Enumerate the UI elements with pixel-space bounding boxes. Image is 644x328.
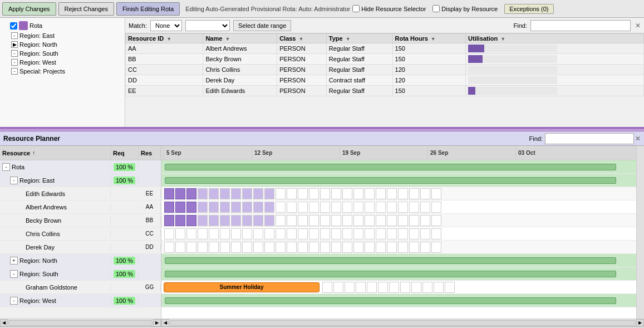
gantt-cell[interactable] xyxy=(276,202,286,213)
tree-toggle-south[interactable]: - xyxy=(11,50,18,57)
gantt-row[interactable]: Summer Holiday xyxy=(161,281,636,294)
gantt-row[interactable] xyxy=(161,254,636,267)
gantt-cell[interactable] xyxy=(309,228,319,239)
planner-find-clear[interactable]: ✕ xyxy=(635,135,641,143)
gantt-cell[interactable] xyxy=(420,215,430,226)
gantt-cell[interactable] xyxy=(409,228,419,239)
gantt-cell[interactable] xyxy=(342,188,352,199)
gantt-cell[interactable] xyxy=(242,228,252,239)
gantt-cell[interactable] xyxy=(175,242,185,253)
gantt-cell[interactable] xyxy=(264,228,274,239)
left-scroll-arrow-left[interactable]: ◀ xyxy=(0,319,8,327)
tree-item-east[interactable]: - Region: East xyxy=(0,31,125,40)
gantt-cell[interactable] xyxy=(209,188,219,199)
resource-list-row[interactable]: Derek DayDD xyxy=(0,241,161,254)
gantt-cell[interactable] xyxy=(164,228,174,239)
gantt-cell[interactable] xyxy=(220,202,230,213)
gantt-cell[interactable] xyxy=(220,188,230,199)
gantt-cell[interactable] xyxy=(186,188,196,199)
gantt-cell[interactable] xyxy=(298,228,308,239)
gantt-cell[interactable] xyxy=(186,215,196,226)
gantt-cell[interactable] xyxy=(164,202,174,213)
gantt-cell[interactable] xyxy=(409,215,419,226)
gantt-cell[interactable] xyxy=(253,202,263,213)
gantt-row[interactable] xyxy=(161,214,636,227)
gantt-cell[interactable] xyxy=(175,188,185,199)
gantt-cell[interactable] xyxy=(164,188,174,199)
tree-toggle-north[interactable]: ▶ xyxy=(11,41,18,48)
gantt-row[interactable] xyxy=(161,160,636,174)
gantt-cell[interactable] xyxy=(231,242,241,253)
gantt-cell[interactable] xyxy=(264,215,274,226)
gantt-cell[interactable] xyxy=(431,242,441,253)
gantt-cell[interactable] xyxy=(431,228,441,239)
gantt-cell[interactable] xyxy=(398,188,408,199)
gantt-cell[interactable] xyxy=(320,242,330,253)
gantt-cell[interactable] xyxy=(365,188,375,199)
gantt-row[interactable] xyxy=(161,227,636,241)
gantt-cell[interactable] xyxy=(353,202,363,213)
find-input[interactable] xyxy=(530,20,631,31)
gantt-cell[interactable] xyxy=(209,228,219,239)
gantt-cell[interactable] xyxy=(420,202,430,213)
gantt-cell[interactable] xyxy=(231,188,241,199)
gantt-cell[interactable] xyxy=(320,188,330,199)
col-header-res[interactable]: Res xyxy=(139,146,161,160)
gantt-cell[interactable] xyxy=(231,215,241,226)
gantt-cell[interactable] xyxy=(242,242,252,253)
tree-item-projects[interactable]: - Special: Projects xyxy=(0,67,125,76)
gantt-cell[interactable] xyxy=(220,215,230,226)
gantt-cell[interactable] xyxy=(353,242,363,253)
gantt-cell[interactable] xyxy=(276,215,286,226)
table-row[interactable]: DD Derek Day PERSON Contract staff 120 xyxy=(126,75,644,86)
tree-toggle-west[interactable]: - xyxy=(11,59,18,66)
gantt-cell[interactable] xyxy=(342,228,352,239)
gantt-cell[interactable] xyxy=(420,188,430,199)
gantt-cell[interactable] xyxy=(287,242,297,253)
resource-list-row[interactable]: -Region: East100 % xyxy=(0,174,161,187)
gantt-cell[interactable] xyxy=(320,228,330,239)
gantt-cell[interactable] xyxy=(186,202,196,213)
gantt-cell[interactable] xyxy=(365,215,375,226)
gantt-cell[interactable] xyxy=(320,215,330,226)
gantt-row[interactable] xyxy=(161,174,636,187)
gantt-cell[interactable] xyxy=(231,202,241,213)
resource-list-row[interactable]: -Region: West100 % xyxy=(0,294,161,307)
gantt-cell[interactable] xyxy=(242,202,252,213)
tree-item-west[interactable]: - Region: West xyxy=(0,58,125,67)
gantt-cell[interactable] xyxy=(353,228,363,239)
table-row[interactable]: AA Albert Andrews PERSON Regular Staff 1… xyxy=(126,43,644,54)
row-toggle[interactable]: + xyxy=(10,257,18,265)
find-clear-button[interactable]: ✕ xyxy=(635,22,641,30)
gantt-cell[interactable] xyxy=(164,242,174,253)
exceptions-button[interactable]: Exceptions (0) xyxy=(504,4,553,14)
right-scroll-arrow-left[interactable]: ◀ xyxy=(161,319,169,327)
table-row[interactable]: CC Chris Collins PERSON Regular Staff 12… xyxy=(126,65,644,75)
gantt-cell[interactable] xyxy=(398,242,408,253)
gantt-cell[interactable] xyxy=(387,242,397,253)
gantt-row[interactable] xyxy=(161,200,636,214)
row-toggle[interactable]: - xyxy=(2,163,10,171)
gantt-cell[interactable] xyxy=(387,202,397,213)
gantt-body[interactable]: Summer Holiday xyxy=(161,160,636,319)
resource-list-row[interactable]: -Rota100 % xyxy=(0,160,161,174)
gantt-cell[interactable] xyxy=(365,228,375,239)
tree-item-south[interactable]: - Region: South xyxy=(0,49,125,58)
gantt-row[interactable] xyxy=(161,294,636,307)
gantt-cell[interactable] xyxy=(331,228,341,239)
gantt-cell[interactable] xyxy=(309,188,319,199)
gantt-cell[interactable] xyxy=(431,215,441,226)
apply-changes-button[interactable]: Apply Changes xyxy=(2,2,56,16)
finish-editing-button[interactable]: Finish Editing Rota xyxy=(116,2,180,16)
gantt-cell[interactable] xyxy=(309,202,319,213)
gantt-row[interactable] xyxy=(161,267,636,281)
gantt-cell[interactable] xyxy=(420,242,430,253)
gantt-cell[interactable] xyxy=(175,228,185,239)
gantt-cell[interactable] xyxy=(353,188,363,199)
gantt-cell[interactable] xyxy=(342,202,352,213)
gantt-cell[interactable] xyxy=(209,242,219,253)
gantt-cell[interactable] xyxy=(298,242,308,253)
gantt-cell[interactable] xyxy=(198,242,208,253)
gantt-cell[interactable] xyxy=(431,188,441,199)
resource-list-row[interactable]: Chris CollinsCC xyxy=(0,227,161,241)
